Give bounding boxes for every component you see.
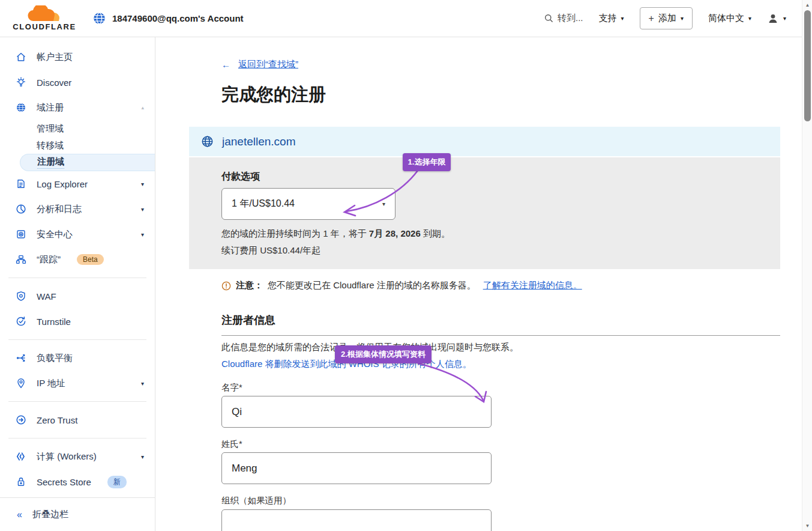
page-scrollbar[interactable]: ▲ ▼: [802, 0, 812, 531]
load-balancer-icon: [16, 353, 26, 363]
chevron-down-icon: ▾: [141, 454, 144, 460]
account-label: 184749600@qq.com's Account: [112, 13, 244, 23]
organization-input[interactable]: [221, 509, 492, 531]
sidebar-item-register-domains[interactable]: 注册域: [20, 154, 155, 171]
sidebar-item-waf[interactable]: WAF: [0, 284, 155, 309]
sidebar-divider: [8, 438, 146, 438]
header-actions: 转到... 支持 ▾ + 添加 ▾ 简体中文 ▾ ▾: [544, 7, 802, 29]
warning-info-icon: [221, 281, 231, 291]
language-menu[interactable]: 简体中文 ▾: [708, 13, 751, 24]
sidebar-item-label: 帐户主页: [37, 52, 73, 63]
registrant-description: 此信息是您的域所需的合法记录，将仅用于在您的域出现问题时与您联系。: [221, 342, 780, 353]
chevron-down-icon: ▾: [681, 16, 684, 22]
sidebar-divider: [8, 339, 146, 340]
sidebar-item-domain-registration[interactable]: 域注册 ▴: [0, 95, 155, 120]
sidebar-item-trace[interactable]: “跟踪” Beta: [0, 247, 155, 272]
domain-name: janetellen.com: [222, 135, 296, 148]
chevron-down-icon: ▾: [141, 231, 144, 238]
sidebar-item-security-center[interactable]: 安全中心 ▾: [0, 222, 155, 247]
scrollbar-down-icon[interactable]: ▼: [802, 523, 812, 529]
globe-icon: [201, 135, 214, 148]
sidebar-item-label: 分析和日志: [37, 204, 82, 215]
log-document-icon: [16, 178, 26, 189]
expiry-date: 7月 28, 2026: [369, 228, 421, 238]
sidebar-divider: [8, 278, 146, 278]
sidebar-item-account-home[interactable]: 帐户主页: [0, 44, 155, 70]
back-to-find-domain-link[interactable]: ← 返回到“查找域”: [221, 59, 298, 70]
account-selector[interactable]: 184749600@qq.com's Account: [92, 11, 244, 25]
zero-trust-shield-icon: [16, 414, 26, 425]
registration-duration-text: 您的域的注册持续时间为 1 年，将于 7月 28, 2026 到期。: [221, 228, 450, 240]
payment-term-value: 1 年/US$10.44: [232, 198, 295, 210]
annotation-step-2: 2.根据集体情况填写资料: [335, 345, 432, 363]
sidebar-item-turnstile[interactable]: Turnstile: [0, 309, 155, 334]
cloudflare-cloud-icon: [26, 5, 63, 23]
renewal-fee-text: 续订费用 US$10.44/年起: [221, 245, 320, 256]
sidebar-item-ip-addresses[interactable]: IP 地址 ▾: [0, 371, 155, 396]
sidebar-item-discover[interactable]: Discover: [0, 70, 155, 95]
chevron-up-icon: ▴: [141, 105, 144, 111]
lock-icon: [16, 476, 26, 487]
note-text: 您不能更改已在 Cloudflare 注册的域的名称服务器。: [268, 280, 476, 291]
sidebar-item-label: 注册域: [37, 156, 64, 169]
sidebar-item-transfer-domains[interactable]: 转移域: [0, 137, 155, 154]
cloudflare-logo[interactable]: CLOUDFLARE: [13, 5, 76, 31]
beta-badge: Beta: [77, 254, 104, 265]
shield-gear-icon: [16, 291, 26, 302]
sidebar-item-label: Log Explorer: [37, 179, 88, 189]
sidebar-item-label: Zero Trust: [37, 415, 77, 425]
sidebar-item-label: IP 地址: [37, 378, 65, 389]
sidebar-item-label: 安全中心: [37, 229, 73, 240]
scrollbar-up-icon[interactable]: ▲: [802, 2, 812, 8]
sidebar-item-workers[interactable]: 计算 (Workers) ▾: [0, 444, 155, 469]
collapse-label: 折叠边栏: [32, 509, 68, 520]
page-title: 完成您的注册: [221, 83, 326, 107]
globe-icon: [92, 11, 106, 25]
sidebar-item-zero-trust[interactable]: Zero Trust: [0, 407, 155, 432]
chevron-down-icon: ▾: [382, 201, 385, 207]
support-label: 支持: [599, 13, 617, 24]
last-name-label: 姓氏*: [221, 438, 242, 450]
sidebar-item-label: 管理域: [37, 123, 64, 135]
cloudflare-logo-text: CLOUDFLARE: [13, 22, 76, 31]
collapse-sidebar-button[interactable]: « 折叠边栏: [0, 497, 155, 531]
annotation-step-1: 1.选择年限: [403, 153, 451, 171]
domain-banner: janetellen.com: [189, 127, 780, 156]
language-label: 简体中文: [708, 13, 744, 24]
learn-more-link[interactable]: 了解有关注册域的信息。: [483, 280, 582, 291]
location-pin-icon: [16, 378, 26, 389]
sidebar-item-secrets-store[interactable]: Secrets Store 新: [0, 469, 155, 494]
last-name-input[interactable]: [221, 452, 492, 484]
header-search[interactable]: 转到...: [544, 13, 583, 24]
sidebar-item-label: Secrets Store: [37, 477, 91, 487]
turnstile-check-icon: [16, 316, 26, 327]
sidebar-item-manage-domains[interactable]: 管理域: [0, 120, 155, 137]
sidebar-nav: 帐户主页 Discover 域注册 ▴ 管理域: [0, 37, 155, 531]
chevron-down-icon: ▾: [783, 16, 786, 22]
home-icon: [16, 52, 26, 62]
lightbulb-icon: [16, 77, 26, 88]
sidebar-item-label: 负载平衡: [37, 353, 73, 364]
plus-icon: +: [649, 14, 654, 23]
payment-term-select[interactable]: 1 年/US$10.44 ▾: [221, 188, 395, 220]
first-name-input[interactable]: [221, 396, 492, 428]
support-menu[interactable]: 支持 ▾: [599, 13, 624, 24]
chevron-down-icon: ▾: [748, 16, 751, 22]
main-content: ← 返回到“查找域” 完成您的注册 janetellen.com 付款选项 1 …: [155, 37, 802, 531]
sidebar-item-log-explorer[interactable]: Log Explorer ▾: [0, 171, 155, 196]
chevron-down-icon: ▾: [621, 16, 624, 22]
cloudflare-dashboard: CLOUDFLARE 184749600@qq.com's Account 转到…: [0, 0, 812, 531]
scrollbar-thumb[interactable]: [804, 10, 811, 121]
sidebar-item-analytics-logs[interactable]: 分析和日志 ▾: [0, 196, 155, 222]
chevron-down-icon: ▾: [141, 380, 144, 387]
sidebar-item-load-balancing[interactable]: 负载平衡: [0, 345, 155, 371]
collapse-icon: «: [17, 509, 22, 520]
sidebar-item-label: WAF: [37, 291, 56, 302]
workers-icon: [16, 451, 26, 462]
search-icon: [544, 14, 553, 23]
add-button[interactable]: + 添加 ▾: [640, 7, 693, 29]
sidebar-item-label: “跟踪”: [37, 254, 61, 266]
user-menu[interactable]: ▾: [767, 13, 786, 25]
registrant-info-heading: 注册者信息: [221, 313, 275, 327]
sidebar-item-label: 转移域: [37, 140, 64, 151]
